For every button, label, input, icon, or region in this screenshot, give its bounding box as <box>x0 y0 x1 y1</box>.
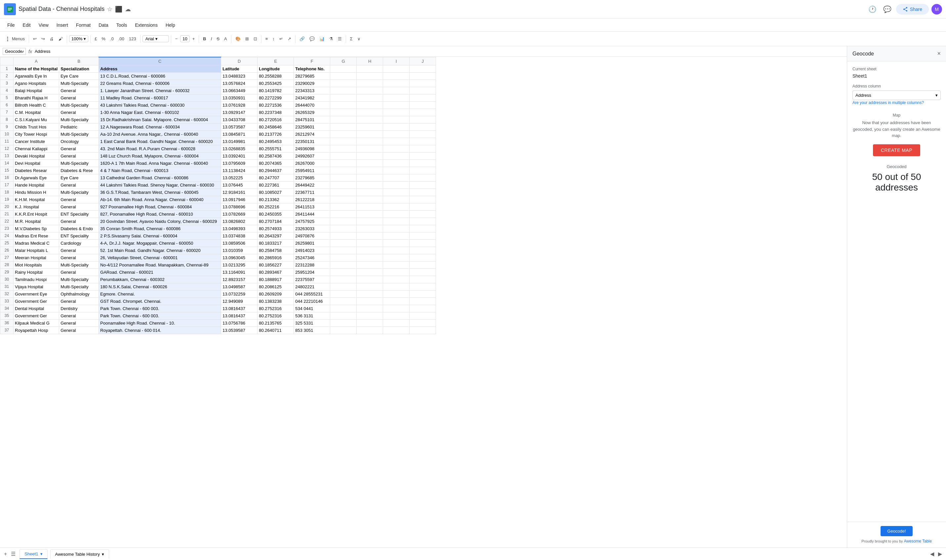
print-button[interactable]: 🖨 <box>48 35 56 43</box>
cell[interactable] <box>409 210 436 218</box>
cell[interactable]: Vijaya Hospital <box>14 283 59 290</box>
cell[interactable]: Park Town. Chennai - 600 003. <box>99 312 221 319</box>
cell[interactable]: Diabetes & Rese <box>59 167 99 174</box>
cell-reference[interactable]: GeocodeA <box>3 48 26 55</box>
cell[interactable] <box>356 196 383 203</box>
rotate-button[interactable]: ↗ <box>285 35 293 43</box>
cell[interactable] <box>330 297 356 305</box>
cell[interactable] <box>330 80 356 87</box>
cell[interactable]: 13.0213295 <box>221 261 258 268</box>
cell[interactable] <box>409 297 436 305</box>
valign-button[interactable]: ↕ <box>270 35 277 43</box>
cell[interactable]: General <box>59 87 99 94</box>
cell[interactable] <box>383 218 409 225</box>
cell[interactable]: 26449422 <box>294 181 330 189</box>
awesome-table-link[interactable]: Awesome Table <box>904 539 932 543</box>
cell[interactable]: 13.010359 <box>221 247 258 254</box>
cell[interactable]: General <box>59 319 99 326</box>
cell[interactable]: 325 5331 <box>294 319 330 326</box>
cell[interactable]: 43. 2nd Main Road. R.A.Puram Chennai - 6… <box>99 145 221 152</box>
cell[interactable] <box>383 65 409 72</box>
cell[interactable]: 13.0576824 <box>221 80 258 87</box>
cell[interactable] <box>330 145 356 152</box>
cell[interactable] <box>409 160 436 167</box>
cell[interactable]: 12.9184161 <box>221 189 258 196</box>
cell[interactable]: 13.0816437 <box>221 305 258 312</box>
cell[interactable]: 13.0917946 <box>221 196 258 203</box>
cell[interactable]: 80.2555751 <box>258 145 294 152</box>
cell[interactable] <box>383 319 409 326</box>
cell[interactable] <box>409 225 436 232</box>
cell[interactable]: 80.227361 <box>258 181 294 189</box>
cell[interactable]: 80.1419782 <box>258 87 294 94</box>
cell[interactable] <box>356 305 383 312</box>
cell[interactable]: Cancer Institute <box>14 138 59 145</box>
cell[interactable] <box>356 290 383 297</box>
cell[interactable]: 13.0374838 <box>221 232 258 239</box>
cell[interactable]: Devaki Hospital <box>14 152 59 160</box>
col-header-a[interactable]: A <box>14 57 59 65</box>
cell[interactable]: 25951204 <box>294 268 330 276</box>
cell[interactable] <box>409 116 436 123</box>
cell[interactable] <box>330 72 356 80</box>
comment-button[interactable]: 💬 <box>881 3 894 15</box>
cell[interactable] <box>409 326 436 334</box>
cell[interactable]: Balaji Hospital <box>14 87 59 94</box>
cell[interactable] <box>409 312 436 319</box>
cell[interactable] <box>409 123 436 131</box>
cell[interactable] <box>383 174 409 181</box>
cell[interactable]: 927 Poonamallee High Road, Chennai - 600… <box>99 203 221 210</box>
geocode-button[interactable]: Geocode! <box>881 526 912 536</box>
col-header-h[interactable]: H <box>356 57 383 65</box>
cell[interactable] <box>330 326 356 334</box>
cell[interactable]: GST Road. Chrompet. Chennai. <box>99 297 221 305</box>
cell[interactable] <box>409 247 436 254</box>
cell[interactable]: 80.2137726 <box>258 131 294 138</box>
cell[interactable] <box>383 80 409 87</box>
cell[interactable] <box>383 94 409 102</box>
cell[interactable]: 44 Lakshmi Talkies Road. Shenoy Nagar, C… <box>99 181 221 189</box>
cell[interactable]: Madras Ent Rese <box>14 232 59 239</box>
cell[interactable]: Kilpauk Medical G <box>14 319 59 326</box>
cell[interactable]: 23290029 <box>294 80 330 87</box>
cell[interactable]: 80.1856227 <box>258 261 294 268</box>
cell[interactable] <box>330 239 356 247</box>
cell[interactable] <box>356 181 383 189</box>
cell[interactable]: 26444070 <box>294 102 330 109</box>
formula-input[interactable]: Address <box>35 49 844 54</box>
cell[interactable]: Egmore. Chennai. <box>99 290 221 297</box>
cell[interactable]: Malar Hospitals L <box>14 247 59 254</box>
font-selector[interactable]: Arial▾ <box>142 35 169 42</box>
cell[interactable]: Rainy Hospital <box>14 268 59 276</box>
user-avatar[interactable]: M <box>931 4 942 14</box>
cell[interactable]: 180 N.S.K.Salai, Chennai - 600026 <box>99 283 221 290</box>
col-header-i[interactable]: I <box>383 57 409 65</box>
cell[interactable]: Royapettah. Chennai - 600 014. <box>99 326 221 334</box>
cell[interactable] <box>409 65 436 72</box>
cell[interactable]: 24936098 <box>294 145 330 152</box>
cell[interactable]: 24914023 <box>294 247 330 254</box>
cell[interactable] <box>409 181 436 189</box>
cell[interactable]: 80.2272299 <box>258 94 294 102</box>
undo-button[interactable]: ↩ <box>31 35 39 43</box>
cell[interactable]: General <box>59 145 99 152</box>
menus-button[interactable]: Menus <box>3 35 27 43</box>
panel-close-button[interactable]: × <box>937 50 941 57</box>
cell[interactable]: 24757925 <box>294 218 330 225</box>
cell[interactable] <box>383 102 409 109</box>
cell[interactable]: Madras Medical C <box>14 239 59 247</box>
comment-tb-button[interactable]: 💬 <box>307 35 317 43</box>
cell[interactable] <box>383 189 409 196</box>
cell[interactable]: 148 Luz Church Road, Mylapore, Chennai -… <box>99 152 221 160</box>
cell[interactable] <box>330 261 356 268</box>
cell[interactable]: General <box>59 152 99 160</box>
grid-container[interactable]: A B C D E F G H I J 1 <box>0 57 847 548</box>
cell[interactable]: 13.0350931 <box>221 94 258 102</box>
cell[interactable]: 25247346 <box>294 254 330 261</box>
cell[interactable]: 044 22210146 <box>294 297 330 305</box>
cell[interactable] <box>356 160 383 167</box>
strikethrough-button[interactable]: S <box>215 35 221 43</box>
cell[interactable] <box>330 109 356 116</box>
address-column-select[interactable]: Address ▾ <box>852 91 941 100</box>
cell[interactable]: 26411444 <box>294 210 330 218</box>
